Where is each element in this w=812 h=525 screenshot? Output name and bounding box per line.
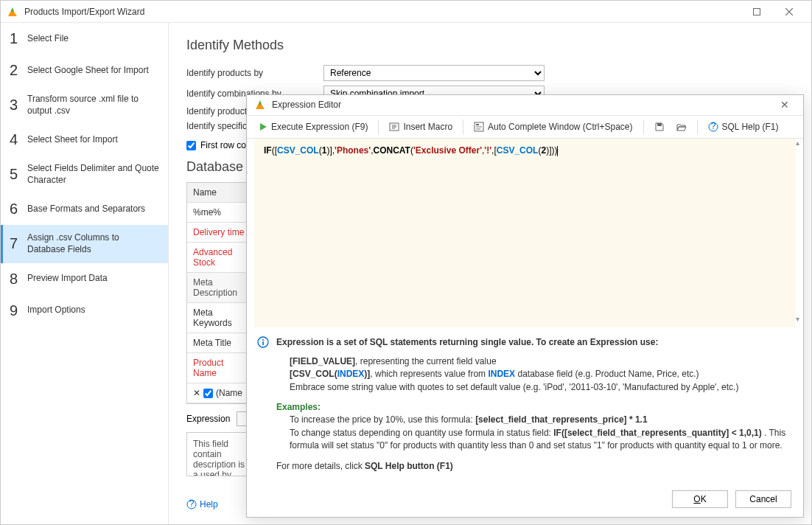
cancel-button[interactable]: Cancel <box>735 490 791 508</box>
macro-icon <box>389 122 399 132</box>
autocomplete-button[interactable]: Auto Complete Window (Ctrl+Space) <box>469 119 637 135</box>
scroll-down-icon[interactable]: ▾ <box>796 315 803 323</box>
svg-rect-8 <box>657 123 662 126</box>
ok-button[interactable]: OK <box>672 490 728 508</box>
open-button[interactable] <box>672 119 691 135</box>
svg-text:?: ? <box>189 499 195 509</box>
dialog-titlebar: Expression Editor ✕ <box>247 95 803 116</box>
step-7[interactable]: 7Assign .csv Columns to Database Fields <box>1 225 168 262</box>
dialog-toolbar: Execute Expression (F9) Insert Macro Aut… <box>247 116 803 139</box>
autocomplete-icon <box>474 122 484 132</box>
table-row[interactable]: Meta Title <box>187 333 252 353</box>
step-8[interactable]: 8Preview Import Data <box>1 263 168 295</box>
first-row-label: First row con <box>200 140 251 150</box>
fields-table: Name %me% Delivery time Advanced Stock M… <box>186 182 253 404</box>
filter-row[interactable]: %me% <box>187 203 252 223</box>
wizard-steps-sidebar: 1Select File 2Select Google Sheet for Im… <box>1 23 169 524</box>
svg-rect-0 <box>754 8 760 15</box>
fields-table-header: Name <box>187 183 252 203</box>
step-5[interactable]: 5Select Fields Delimiter and Quote Chara… <box>1 156 168 193</box>
step-9[interactable]: 9Import Options <box>1 295 168 327</box>
svg-rect-5 <box>476 124 479 125</box>
folder-open-icon <box>676 122 687 132</box>
help-icon: ? <box>708 122 718 132</box>
window-titlebar: Products Import/Export Wizard <box>1 1 811 23</box>
svg-rect-13 <box>262 341 264 345</box>
step-1[interactable]: 1Select File <box>1 23 168 55</box>
identify-products-label: Identify products by <box>186 68 323 78</box>
step-3[interactable]: 3Transform source .xml file to output .c… <box>1 86 168 124</box>
help-link[interactable]: ? Help <box>186 499 218 510</box>
table-row[interactable]: Meta Keywords <box>187 303 252 333</box>
table-row[interactable]: Meta Description <box>187 273 252 303</box>
help-text-panel: Expression is a set of SQL statements re… <box>247 327 803 481</box>
play-icon <box>259 122 267 131</box>
step-4[interactable]: 4Select Sheet for Import <box>1 124 168 156</box>
expression-editor-dialog: Expression Editor ✕ Execute Expression (… <box>246 94 804 518</box>
save-icon <box>654 122 665 132</box>
svg-point-12 <box>262 339 264 341</box>
text-cursor <box>557 146 558 156</box>
svg-rect-7 <box>476 128 480 130</box>
dialog-close-button[interactable]: ✕ <box>774 99 796 111</box>
execute-button[interactable]: Execute Expression (F9) <box>254 119 372 135</box>
info-icon <box>257 336 269 348</box>
svg-rect-6 <box>476 126 482 128</box>
first-row-checkbox[interactable] <box>186 141 196 150</box>
app-icon <box>7 6 18 18</box>
svg-text:?: ? <box>710 122 715 131</box>
dialog-title: Expression Editor <box>272 100 774 110</box>
close-button[interactable] <box>773 1 805 23</box>
dialog-button-row: OK Cancel <box>247 481 803 517</box>
table-row[interactable]: Delivery time <box>187 223 252 243</box>
name-checkbox[interactable] <box>203 389 213 398</box>
step-2[interactable]: 2Select Google Sheet for Import <box>1 55 168 86</box>
name-checkbox-row: ✕ (Name <box>187 383 252 403</box>
table-row[interactable]: Advanced Stock <box>187 243 252 273</box>
expression-textarea[interactable]: IF([CSV_COL(1)],'Phones',CONCAT('Exclusi… <box>254 139 796 327</box>
identify-products-select[interactable]: Reference <box>323 65 545 81</box>
app-icon <box>254 99 266 111</box>
window-title: Products Import/Export Wizard <box>24 7 741 17</box>
section-heading: Identify Methods <box>186 38 794 53</box>
table-row[interactable]: Product Name <box>187 353 252 383</box>
insert-macro-button[interactable]: Insert Macro <box>385 119 457 135</box>
scroll-up-icon[interactable]: ▴ <box>796 139 803 147</box>
help-icon: ? <box>186 499 197 510</box>
sql-help-button[interactable]: ? SQL Help (F1) <box>704 119 783 135</box>
identify-products-row: Identify products by Reference <box>186 65 794 81</box>
maximize-button[interactable] <box>741 1 773 23</box>
clear-icon[interactable]: ✕ <box>193 388 200 398</box>
editor-scrollbar[interactable]: ▴▾ <box>796 139 803 323</box>
field-note: This field contain description is a used… <box>186 432 253 476</box>
save-button[interactable] <box>650 119 669 135</box>
step-6[interactable]: 6Base Formats and Separators <box>1 193 168 225</box>
